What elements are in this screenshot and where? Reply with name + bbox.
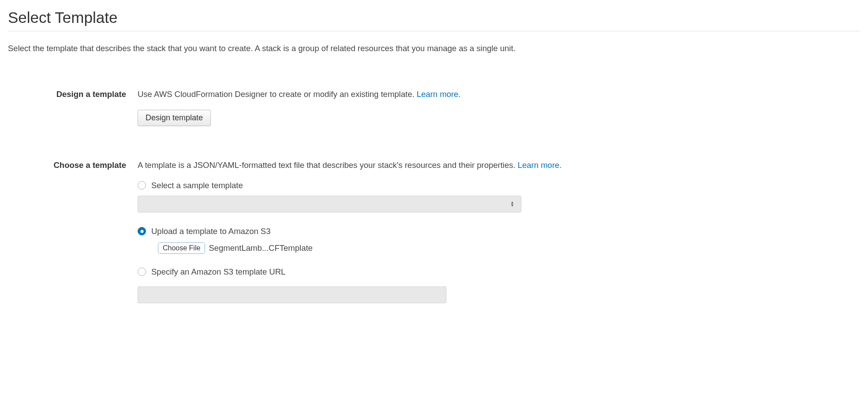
template-radio-group: Select a sample template ▲▼ Upload a tem…: [138, 181, 667, 303]
choose-section-label: Choose a template: [46, 160, 138, 171]
choose-file-button[interactable]: Choose File: [158, 242, 205, 254]
design-section-content: Use AWS CloudFormation Designer to creat…: [138, 89, 667, 126]
design-learn-more-link[interactable]: Learn more.: [417, 89, 461, 99]
choose-template-section: Choose a template A template is a JSON/Y…: [8, 160, 860, 303]
design-description-text: Use AWS CloudFormation Designer to creat…: [138, 89, 417, 99]
choose-learn-more-link[interactable]: Learn more.: [518, 160, 562, 170]
radio-s3url-label[interactable]: Specify an Amazon S3 template URL: [151, 267, 285, 277]
radio-sample-icon[interactable]: [138, 181, 146, 190]
radio-upload-label[interactable]: Upload a template to Amazon S3: [151, 227, 270, 236]
s3-url-input[interactable]: [138, 286, 446, 303]
choose-section-content: A template is a JSON/YAML-formatted text…: [138, 160, 667, 303]
design-template-section: Design a template Use AWS CloudFormation…: [8, 89, 860, 126]
uploaded-file-name: SegmentLamb...CFTemplate: [209, 243, 312, 253]
radio-option-s3url[interactable]: Specify an Amazon S3 template URL: [138, 267, 667, 277]
radio-s3url-icon[interactable]: [138, 268, 146, 276]
radio-option-upload[interactable]: Upload a template to Amazon S3: [138, 227, 667, 236]
sample-template-select[interactable]: ▲▼: [138, 196, 521, 212]
design-section-text: Use AWS CloudFormation Designer to creat…: [138, 89, 667, 100]
choose-description-text: A template is a JSON/YAML-formatted text…: [138, 160, 518, 170]
radio-upload-icon[interactable]: [138, 227, 146, 235]
design-section-label: Design a template: [46, 89, 138, 100]
page-title: Select Template: [8, 9, 860, 31]
radio-option-sample[interactable]: Select a sample template: [138, 181, 667, 190]
file-upload-row: Choose File SegmentLamb...CFTemplate: [158, 242, 667, 254]
select-arrows-icon: ▲▼: [510, 201, 514, 207]
choose-section-text: A template is a JSON/YAML-formatted text…: [138, 160, 667, 171]
page-description: Select the template that describes the s…: [8, 44, 860, 53]
design-template-button[interactable]: Design template: [138, 110, 211, 126]
radio-sample-label[interactable]: Select a sample template: [151, 181, 243, 190]
